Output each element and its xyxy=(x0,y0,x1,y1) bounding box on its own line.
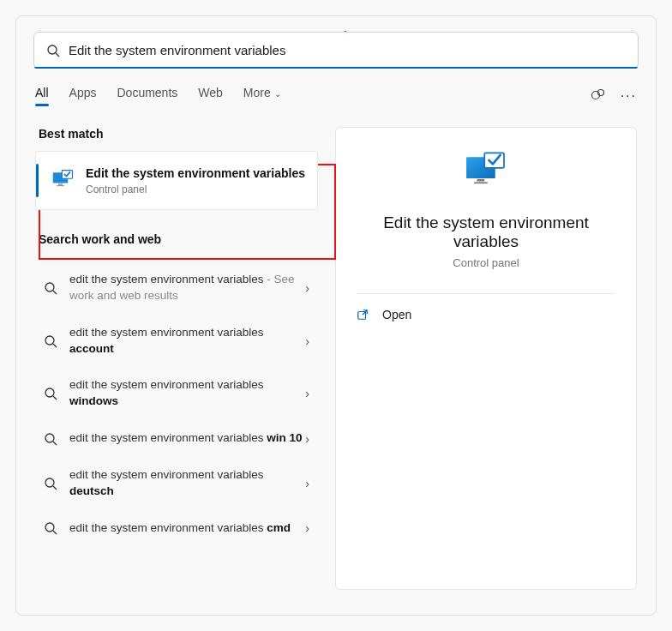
svg-point-13 xyxy=(45,388,54,397)
suggestion-item[interactable]: edit the system environment variables de… xyxy=(35,457,318,510)
chevron-right-icon: › xyxy=(305,477,309,490)
svg-point-17 xyxy=(45,478,54,487)
suggestion-item[interactable]: edit the system environment variables ac… xyxy=(35,315,318,368)
filter-tabs: All Apps Documents Web More⌄ ··· xyxy=(35,86,637,106)
results-list: Best match Edit the system environment v… xyxy=(35,127,318,590)
results-area: Best match Edit the system environment v… xyxy=(35,127,637,590)
tab-all[interactable]: All xyxy=(35,86,49,106)
tab-more[interactable]: More⌄ xyxy=(243,86,281,106)
chevron-right-icon: › xyxy=(305,281,309,295)
search-icon xyxy=(44,432,57,446)
svg-rect-7 xyxy=(57,186,64,187)
svg-point-9 xyxy=(45,283,54,291)
monitor-check-icon xyxy=(51,168,75,192)
tab-documents[interactable]: Documents xyxy=(117,86,177,106)
search-input[interactable] xyxy=(69,43,626,57)
detail-subtitle: Control panel xyxy=(453,256,519,269)
chevron-right-icon: › xyxy=(305,387,309,400)
svg-rect-23 xyxy=(474,182,488,183)
tab-web[interactable]: Web xyxy=(198,86,223,106)
search-icon xyxy=(44,521,57,535)
search-icon xyxy=(46,44,60,57)
suggestion-item[interactable]: edit the system environment variables cm… xyxy=(35,510,318,547)
detail-title: Edit the system environment variables xyxy=(336,213,636,251)
svg-line-16 xyxy=(53,442,57,445)
search-bar[interactable] xyxy=(33,32,639,69)
section-best-match: Best match xyxy=(39,127,318,141)
account-icon[interactable] xyxy=(590,87,607,105)
detail-panel: Edit the system environment variables Co… xyxy=(335,127,637,590)
svg-line-10 xyxy=(53,291,57,294)
chevron-right-icon: › xyxy=(305,432,309,446)
open-action[interactable]: Open xyxy=(336,294,636,335)
more-options-icon[interactable]: ··· xyxy=(621,88,637,104)
chevron-down-icon: ⌄ xyxy=(274,89,281,99)
best-match-subtitle: Control panel xyxy=(86,183,305,195)
open-external-icon xyxy=(357,309,369,321)
svg-point-1 xyxy=(48,45,57,54)
section-search-work-web: Search work and web xyxy=(39,232,318,246)
suggestion-item[interactable]: edit the system environment variables wi… xyxy=(35,420,318,457)
suggestion-item[interactable]: edit the system environment variables wi… xyxy=(35,367,318,420)
best-match-result[interactable]: Edit the system environment variables Co… xyxy=(35,151,318,210)
svg-line-14 xyxy=(53,396,57,400)
svg-line-18 xyxy=(53,486,57,490)
suggestion-item[interactable]: edit the system environment variables - … xyxy=(35,261,318,315)
svg-point-15 xyxy=(45,434,54,442)
svg-line-20 xyxy=(53,531,57,534)
open-label: Open xyxy=(382,308,411,322)
svg-rect-6 xyxy=(58,184,63,185)
svg-line-2 xyxy=(56,53,59,57)
svg-point-11 xyxy=(45,336,54,345)
search-icon xyxy=(44,334,57,348)
search-icon xyxy=(44,477,57,490)
tab-apps[interactable]: Apps xyxy=(69,86,97,106)
search-icon xyxy=(44,281,57,295)
suggestion-list: edit the system environment variables - … xyxy=(35,261,318,547)
svg-point-19 xyxy=(45,523,54,532)
chevron-right-icon: › xyxy=(305,521,309,535)
monitor-check-icon xyxy=(462,148,510,196)
search-icon xyxy=(44,387,57,400)
chevron-right-icon: › xyxy=(305,334,309,348)
best-match-title: Edit the system environment variables xyxy=(86,165,305,182)
svg-rect-22 xyxy=(477,179,485,182)
search-flyout: All Apps Documents Web More⌄ ··· Best ma… xyxy=(15,15,657,616)
svg-line-12 xyxy=(53,344,57,347)
svg-point-3 xyxy=(591,92,599,99)
